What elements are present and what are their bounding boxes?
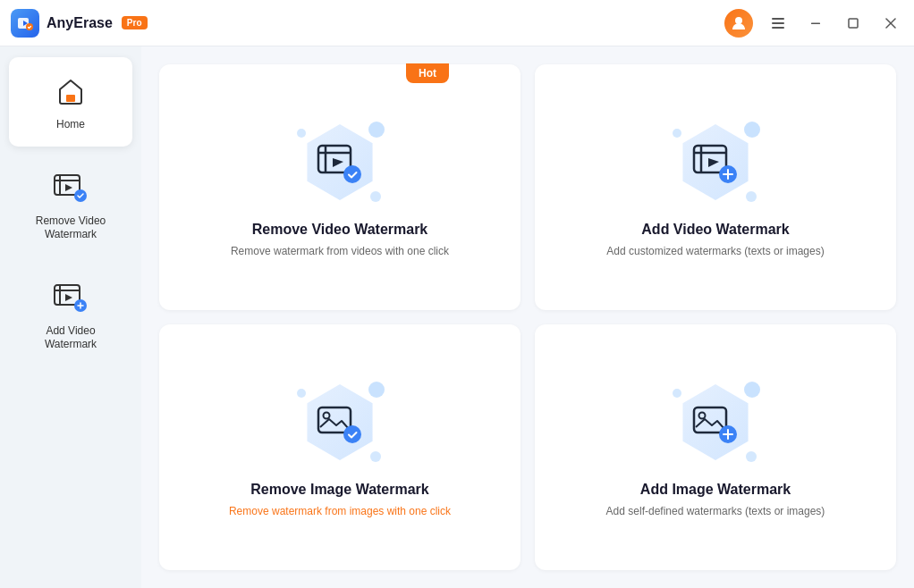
remove-image-card-title: Remove Image Watermark [250, 482, 429, 498]
svg-point-33 [343, 425, 361, 443]
content-area: Hot Remove Video Watermark Remove waterm… [141, 46, 914, 588]
user-avatar-icon[interactable] [724, 9, 753, 38]
sidebar-remove-video-label: Remove VideoWatermark [36, 214, 106, 242]
titlebar: AnyErase Pro [0, 0, 914, 46]
svg-point-2 [735, 17, 742, 24]
hot-badge: Hot [406, 63, 449, 83]
svg-marker-24 [333, 158, 343, 167]
svg-rect-3 [772, 18, 784, 20]
svg-marker-19 [65, 294, 72, 301]
maximize-button[interactable] [841, 11, 866, 36]
sidebar-item-remove-video[interactable]: Remove VideoWatermark [9, 154, 132, 256]
main-layout: Home Remove VideoWatermark [0, 46, 914, 588]
svg-rect-7 [849, 19, 858, 28]
remove-image-card-desc: Remove watermark from images with one cl… [229, 505, 451, 517]
svg-point-35 [699, 412, 706, 418]
sidebar-item-home[interactable]: Home [9, 57, 132, 147]
remove-image-watermark-card[interactable]: Remove Image Watermark Remove watermark … [159, 324, 520, 570]
svg-point-32 [324, 412, 330, 418]
svg-marker-29 [708, 158, 719, 167]
minimize-button[interactable] [803, 11, 828, 36]
svg-point-1 [26, 23, 33, 30]
add-image-card-desc: Add self-defined watermarks (texts or im… [606, 505, 825, 517]
remove-video-icon-wrapper [295, 118, 385, 207]
add-video-card-desc: Add customized watermarks (texts or imag… [606, 245, 824, 257]
sidebar-home-label: Home [56, 118, 85, 132]
svg-rect-4 [772, 22, 784, 24]
remove-video-card-desc: Remove watermark from videos with one cl… [231, 245, 449, 257]
svg-rect-5 [772, 27, 784, 29]
svg-marker-14 [65, 184, 72, 191]
add-image-watermark-card[interactable]: Add Image Watermark Add self-defined wat… [535, 324, 896, 570]
app-logo [11, 9, 39, 38]
remove-video-sidebar-icon [51, 168, 90, 207]
add-video-card-title: Add Video Watermark [641, 222, 789, 238]
add-video-watermark-card[interactable]: Add Video Watermark Add customized water… [535, 64, 896, 310]
sidebar: Home Remove VideoWatermark [0, 46, 141, 588]
svg-point-25 [343, 165, 361, 183]
svg-rect-6 [811, 22, 820, 24]
titlebar-right [724, 9, 903, 38]
app-name: AnyErase [47, 15, 113, 31]
menu-button[interactable] [766, 11, 791, 36]
svg-rect-10 [66, 95, 75, 102]
pro-badge: Pro [122, 16, 148, 29]
home-icon [51, 71, 90, 111]
sidebar-add-video-label: Add VideoWatermark [45, 324, 97, 352]
remove-image-icon-wrapper [295, 378, 385, 467]
titlebar-left: AnyErase Pro [11, 9, 148, 38]
add-image-card-title: Add Image Watermark [640, 482, 791, 498]
add-video-sidebar-icon [51, 278, 90, 317]
close-button[interactable] [878, 11, 903, 36]
remove-video-watermark-card[interactable]: Hot Remove Video Watermark Remove waterm… [159, 64, 520, 310]
remove-video-card-title: Remove Video Watermark [252, 222, 428, 238]
sidebar-item-add-video[interactable]: Add VideoWatermark [9, 264, 132, 366]
add-image-icon-wrapper [671, 378, 760, 467]
add-video-icon-wrapper [671, 118, 760, 207]
